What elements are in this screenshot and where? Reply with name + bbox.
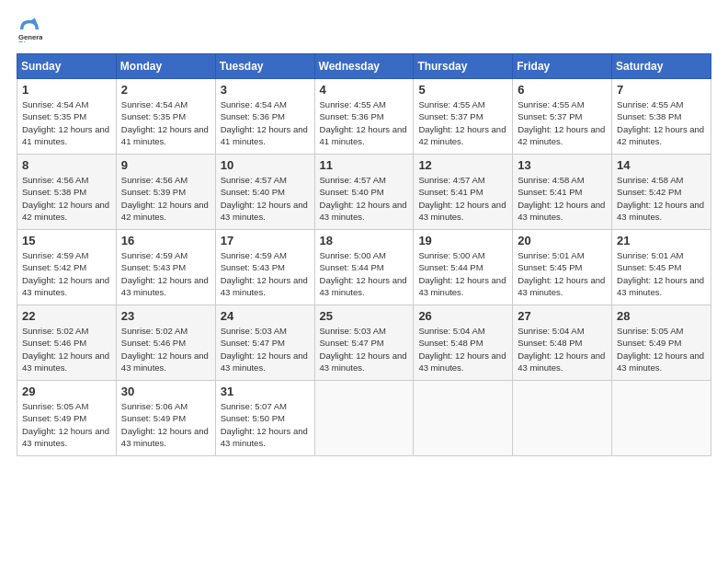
sunrise-text: Sunrise: 5:03 AM (221, 325, 311, 337)
daylight-text: Daylight: 12 hours and 42 minutes. (22, 199, 112, 224)
sunset-text: Sunset: 5:46 PM (22, 337, 112, 349)
daylight-text: Daylight: 12 hours and 42 minutes. (418, 123, 508, 148)
day-number: 9 (121, 158, 211, 172)
daylight-text: Daylight: 12 hours and 43 minutes. (617, 274, 707, 299)
calendar-cell: 15Sunrise: 4:59 AMSunset: 5:42 PMDayligh… (17, 230, 117, 305)
sunset-text: Sunset: 5:37 PM (418, 110, 508, 122)
sunrise-text: Sunrise: 4:59 AM (221, 249, 311, 261)
weekday-header-wednesday: Wednesday (314, 54, 414, 79)
calendar-cell: 5Sunrise: 4:55 AMSunset: 5:37 PMDaylight… (414, 79, 513, 155)
day-number: 26 (418, 309, 508, 323)
calendar-cell (414, 381, 513, 456)
calendar-cell: 20Sunrise: 5:01 AMSunset: 5:45 PMDayligh… (513, 230, 612, 305)
calendar-week-3: 15Sunrise: 4:59 AMSunset: 5:42 PMDayligh… (17, 230, 711, 305)
day-number: 16 (121, 234, 211, 247)
daylight-text: Daylight: 12 hours and 43 minutes. (418, 199, 508, 224)
sunset-text: Sunset: 5:43 PM (121, 261, 211, 273)
calendar-cell: 17Sunrise: 4:59 AMSunset: 5:43 PMDayligh… (215, 230, 314, 305)
sunset-text: Sunset: 5:48 PM (418, 337, 508, 349)
sunrise-text: Sunrise: 4:55 AM (320, 98, 410, 110)
day-number: 10 (221, 158, 311, 172)
daylight-text: Daylight: 12 hours and 43 minutes. (221, 274, 311, 299)
daylight-text: Daylight: 12 hours and 43 minutes. (22, 274, 112, 299)
sunrise-text: Sunrise: 5:07 AM (221, 400, 311, 412)
logo: General Blue (17, 17, 46, 42)
calendar-cell (513, 381, 612, 456)
sunset-text: Sunset: 5:40 PM (221, 186, 311, 198)
weekday-header-saturday: Saturday (612, 54, 711, 79)
day-number: 20 (518, 234, 608, 247)
daylight-text: Daylight: 12 hours and 41 minutes. (320, 123, 410, 148)
daylight-text: Daylight: 12 hours and 43 minutes. (22, 350, 112, 374)
sunrise-text: Sunrise: 4:54 AM (22, 98, 112, 110)
calendar-week-5: 29Sunrise: 5:05 AMSunset: 5:49 PMDayligh… (17, 381, 711, 456)
day-number: 29 (22, 385, 112, 398)
calendar-cell (612, 381, 711, 456)
weekday-header-friday: Friday (513, 54, 612, 79)
sunset-text: Sunset: 5:49 PM (617, 337, 707, 349)
calendar-cell: 14Sunrise: 4:58 AMSunset: 5:42 PMDayligh… (612, 155, 711, 230)
calendar-cell: 30Sunrise: 5:06 AMSunset: 5:49 PMDayligh… (116, 381, 215, 456)
day-number: 13 (518, 158, 608, 172)
day-number: 31 (221, 385, 311, 398)
sunrise-text: Sunrise: 4:57 AM (418, 174, 508, 186)
sunrise-text: Sunrise: 5:04 AM (518, 325, 608, 337)
day-number: 1 (22, 83, 112, 97)
calendar-cell: 9Sunrise: 4:56 AMSunset: 5:39 PMDaylight… (116, 155, 215, 230)
calendar-cell: 18Sunrise: 5:00 AMSunset: 5:44 PMDayligh… (314, 230, 414, 305)
daylight-text: Daylight: 12 hours and 41 minutes. (221, 123, 311, 148)
sunrise-text: Sunrise: 5:06 AM (121, 400, 211, 412)
weekday-header-row: SundayMondayTuesdayWednesdayThursdayFrid… (17, 54, 711, 79)
calendar-cell: 7Sunrise: 4:55 AMSunset: 5:38 PMDaylight… (612, 79, 711, 155)
sunset-text: Sunset: 5:43 PM (221, 261, 311, 273)
sunrise-text: Sunrise: 5:05 AM (617, 325, 707, 337)
calendar-cell: 21Sunrise: 5:01 AMSunset: 5:45 PMDayligh… (612, 230, 711, 305)
daylight-text: Daylight: 12 hours and 42 minutes. (617, 123, 707, 148)
calendar-cell: 3Sunrise: 4:54 AMSunset: 5:36 PMDaylight… (215, 79, 314, 155)
calendar-cell: 26Sunrise: 5:04 AMSunset: 5:48 PMDayligh… (414, 305, 513, 381)
daylight-text: Daylight: 12 hours and 43 minutes. (518, 274, 608, 299)
day-number: 4 (320, 83, 410, 97)
calendar-cell: 10Sunrise: 4:57 AMSunset: 5:40 PMDayligh… (215, 155, 314, 230)
day-number: 15 (22, 234, 112, 247)
sunset-text: Sunset: 5:41 PM (518, 186, 608, 198)
sunset-text: Sunset: 5:45 PM (617, 261, 707, 273)
calendar-cell: 27Sunrise: 5:04 AMSunset: 5:48 PMDayligh… (513, 305, 612, 381)
sunset-text: Sunset: 5:35 PM (121, 110, 211, 122)
sunset-text: Sunset: 5:38 PM (617, 110, 707, 122)
sunset-text: Sunset: 5:37 PM (518, 110, 608, 122)
sunset-text: Sunset: 5:39 PM (121, 186, 211, 198)
sunrise-text: Sunrise: 4:56 AM (22, 174, 112, 186)
calendar-cell: 13Sunrise: 4:58 AMSunset: 5:41 PMDayligh… (513, 155, 612, 230)
day-number: 12 (418, 158, 508, 172)
daylight-text: Daylight: 12 hours and 43 minutes. (121, 274, 211, 299)
sunrise-text: Sunrise: 4:58 AM (617, 174, 707, 186)
sunrise-text: Sunrise: 5:02 AM (121, 325, 211, 337)
sunset-text: Sunset: 5:46 PM (121, 337, 211, 349)
day-number: 11 (320, 158, 410, 172)
page-container: General Blue SundayMondayTuesdayWednesda… (0, 0, 728, 465)
daylight-text: Daylight: 12 hours and 43 minutes. (121, 425, 211, 450)
daylight-text: Daylight: 12 hours and 43 minutes. (320, 199, 410, 224)
sunrise-text: Sunrise: 4:54 AM (121, 98, 211, 110)
day-number: 24 (221, 309, 311, 323)
calendar-cell: 23Sunrise: 5:02 AMSunset: 5:46 PMDayligh… (116, 305, 215, 381)
calendar-cell: 16Sunrise: 4:59 AMSunset: 5:43 PMDayligh… (116, 230, 215, 305)
sunrise-text: Sunrise: 4:56 AM (121, 174, 211, 186)
calendar-cell: 22Sunrise: 5:02 AMSunset: 5:46 PMDayligh… (17, 305, 117, 381)
calendar-cell: 4Sunrise: 4:55 AMSunset: 5:36 PMDaylight… (314, 79, 414, 155)
sunset-text: Sunset: 5:49 PM (121, 412, 211, 424)
daylight-text: Daylight: 12 hours and 43 minutes. (418, 350, 508, 374)
sunrise-text: Sunrise: 5:01 AM (518, 249, 608, 261)
calendar-week-4: 22Sunrise: 5:02 AMSunset: 5:46 PMDayligh… (17, 305, 711, 381)
calendar-cell: 8Sunrise: 4:56 AMSunset: 5:38 PMDaylight… (17, 155, 117, 230)
sunrise-text: Sunrise: 5:00 AM (418, 249, 508, 261)
sunset-text: Sunset: 5:42 PM (617, 186, 707, 198)
calendar-week-2: 8Sunrise: 4:56 AMSunset: 5:38 PMDaylight… (17, 155, 711, 230)
calendar-cell: 19Sunrise: 5:00 AMSunset: 5:44 PMDayligh… (414, 230, 513, 305)
day-number: 3 (221, 83, 311, 97)
sunrise-text: Sunrise: 5:01 AM (617, 249, 707, 261)
calendar-cell: 12Sunrise: 4:57 AMSunset: 5:41 PMDayligh… (414, 155, 513, 230)
daylight-text: Daylight: 12 hours and 43 minutes. (221, 199, 311, 224)
calendar-cell (314, 381, 414, 456)
